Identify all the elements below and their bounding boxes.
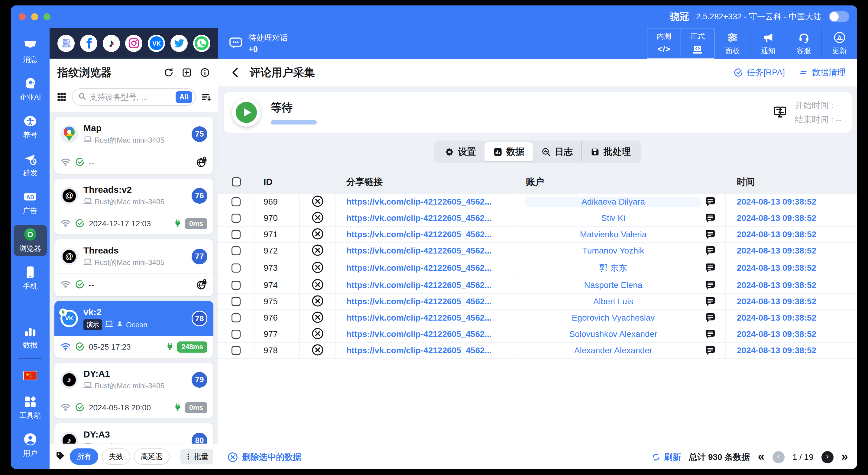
account-link[interactable]: Matvienko Valeria [580,230,647,239]
comment-icon[interactable] [704,279,717,291]
account-link[interactable]: Stiv Ki [601,213,625,223]
row-checkbox[interactable] [231,214,241,223]
refresh-icon[interactable] [163,67,174,78]
comment-icon[interactable] [704,196,717,208]
instagram-platform-icon[interactable] [125,35,142,52]
comment-icon[interactable] [704,262,717,274]
comment-icon[interactable] [704,312,717,324]
select-all-checkbox[interactable] [232,178,241,186]
row-checkbox[interactable] [231,330,241,339]
refresh-button[interactable]: 刷新 [651,451,681,463]
share-link[interactable]: https://vk.com/clip-42122605_4562... [346,263,492,273]
remove-row-icon[interactable] [311,344,324,357]
grid-view-icon[interactable] [56,92,67,102]
share-link[interactable]: https://vk.com/clip-42122605_4562... [346,197,492,207]
remove-row-icon[interactable] [311,227,324,242]
remove-row-icon[interactable] [311,244,324,258]
sidebar-item-bulk-send[interactable]: 群发 [13,149,47,180]
minimize-window-button[interactable] [31,13,38,20]
row-checkbox[interactable] [231,313,241,322]
filter-high-latency[interactable]: 高延迟 [134,448,169,465]
window-controls[interactable] [19,13,51,20]
tab-gear[interactable]: 设置 [436,142,485,161]
back-button[interactable] [230,67,241,78]
header-button-app-update[interactable]: 更新 [822,28,857,59]
share-link[interactable]: https://vk.com/clip-42122605_4562... [346,313,492,323]
sidebar-item-phone[interactable]: 手机 [13,262,47,294]
comment-icon[interactable] [704,295,717,308]
account-link[interactable]: Alexander Alexander [574,346,652,355]
close-window-button[interactable] [19,13,26,20]
account-link[interactable]: Solovushkov Alexander [569,329,657,339]
remove-row-icon[interactable] [311,261,324,275]
proxy-globe-icon[interactable] [196,279,207,291]
proxy-globe-icon[interactable] [196,157,207,168]
sidebar-item-bar-chart[interactable]: 数据 [13,321,47,353]
filter-all[interactable]: 所有 [70,448,98,465]
add-profile-icon[interactable] [181,67,192,78]
comment-icon[interactable] [704,245,717,257]
sidebar-item-browser-chrome[interactable]: 浏览器 [13,225,47,256]
profile-card-Threads:v2[interactable]: @Threads:v2Rust的Mac mini-3405762024-12-1… [54,179,213,234]
theme-toggle[interactable] [829,11,849,22]
share-link[interactable]: https://vk.com/clip-42122605_4562... [346,297,492,307]
pending-chats[interactable]: 待处理对话 +0 [228,33,288,54]
sidebar-item-ad-badge[interactable]: AD广告 [13,187,47,218]
task-rpa-link[interactable]: 任务[RPA] [734,67,785,78]
remove-row-icon[interactable] [311,327,324,341]
remove-row-icon[interactable] [311,295,324,309]
row-checkbox[interactable] [231,297,241,306]
run-task-button[interactable] [232,98,260,127]
comment-icon[interactable] [704,212,717,224]
twitter-platform-icon[interactable] [170,35,188,52]
sidebar-item-account-nurture[interactable]: 养号 [13,112,47,142]
tab-batch-save[interactable]: 批处理 [581,142,639,161]
row-checkbox[interactable] [231,263,241,273]
profile-search-box[interactable]: All [72,88,196,106]
header-button-megaphone[interactable]: 通知 [750,28,786,59]
search-scope-badge[interactable]: All [176,91,192,103]
tiktok-platform-icon[interactable]: ♪ [103,35,120,52]
sidebar-item-inbox-tray[interactable]: 消息 [13,36,47,67]
profile-card-Map[interactable]: MapRust的Mac mini-340575-- [54,117,213,174]
info-icon[interactable] [199,67,210,78]
tag-icon[interactable] [54,450,66,463]
prev-page-button[interactable]: ‹ [773,451,784,463]
last-page-button[interactable]: » [841,450,848,462]
laptop-platform-icon[interactable] [57,35,75,52]
data-clean-link[interactable]: 数据清理 [799,67,846,78]
profile-card-vk:2[interactable]: VKvk:2演示Ocean7805-25 17:23248ms [54,301,213,358]
search-input[interactable] [89,92,173,102]
header-button-laptop-release[interactable]: 正式 [681,28,714,58]
filter-invalid[interactable]: 失效 [102,448,130,465]
header-button-headset[interactable]: 客服 [786,28,822,59]
tab-log-search[interactable]: 日志 [533,142,581,161]
account-link[interactable]: Albert Luis [593,297,633,307]
remove-row-icon[interactable] [311,311,324,325]
whatsapp-platform-icon[interactable] [193,35,210,52]
header-button-code[interactable]: 内测</> [647,28,681,58]
row-checkbox[interactable] [231,281,241,290]
row-checkbox[interactable] [231,230,241,239]
account-link[interactable]: Nasporte Elena [584,280,642,290]
facebook-platform-icon[interactable] [80,35,97,52]
comment-icon[interactable] [704,345,717,356]
account-link[interactable]: Egorovich Vyacheslav [572,313,655,323]
share-link[interactable]: https://vk.com/clip-42122605_4562... [346,280,492,290]
share-link[interactable]: https://vk.com/clip-42122605_4562... [346,329,492,339]
row-checkbox[interactable] [231,246,241,255]
profile-card-Threads[interactable]: @ThreadsRust的Mac mini-340577-- [54,239,213,296]
profile-card-DY:A1[interactable]: ♪DY:A1Rust的Mac mini-3405792024-05-18 20:… [54,362,213,418]
share-link[interactable]: https://vk.com/clip-42122605_4562... [346,346,492,355]
comment-icon[interactable] [704,328,717,340]
profile-card-DY:A3[interactable]: ♪DY:A3Rust的Mac mini-340580 [54,423,213,444]
sidebar-item-toolbox[interactable]: 工具箱 [13,392,47,423]
account-link[interactable]: Adikaeva Dilyara [582,197,645,207]
account-link[interactable]: 郭 东东 [599,262,627,274]
next-page-button[interactable]: › [822,451,834,463]
remove-row-icon[interactable] [311,211,324,225]
sort-icon[interactable] [201,92,212,102]
share-link[interactable]: https://vk.com/clip-42122605_4562... [346,213,492,223]
vk-platform-icon[interactable]: VK [148,35,165,52]
remove-row-icon[interactable] [311,278,324,292]
